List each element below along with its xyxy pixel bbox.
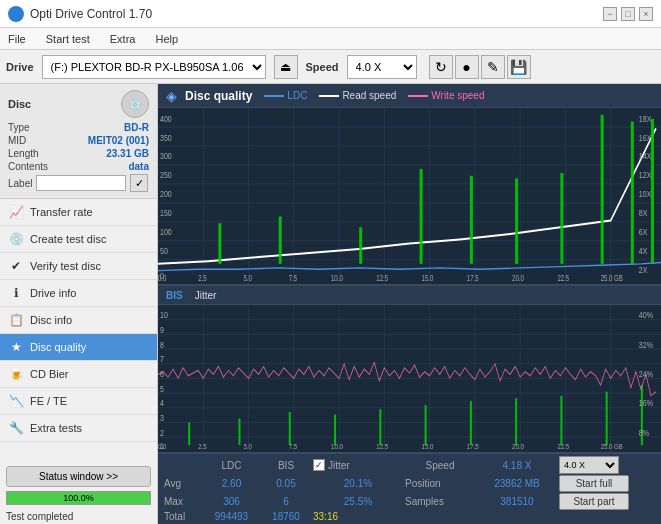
disc-contents-val: data [128,161,149,172]
svg-text:25.0 GB: 25.0 GB [601,443,623,452]
maximize-button[interactable]: □ [621,7,635,21]
svg-text:32%: 32% [639,340,654,350]
svg-text:6: 6 [160,369,164,379]
svg-text:7: 7 [160,355,164,365]
svg-text:7.5: 7.5 [289,443,297,452]
max-bis: 6 [261,496,311,507]
status-text: Test completed [0,509,157,524]
nav-item-fe-te[interactable]: 📉 FE / TE [0,388,157,415]
svg-text:4: 4 [160,399,164,409]
legend-write: Write speed [408,90,484,101]
nav-item-drive-info-label: Drive info [30,287,76,299]
svg-text:4X: 4X [639,245,648,256]
svg-text:6X: 6X [639,226,648,237]
svg-text:12X: 12X [639,169,652,180]
drive-select[interactable]: (F:) PLEXTOR BD-R PX-LB950SA 1.06 [42,55,266,79]
bis-chart-header: BIS Jitter [158,285,661,305]
avg-jitter: 20.1% [313,478,403,489]
svg-text:14X: 14X [639,150,652,161]
svg-rect-80 [289,412,291,445]
svg-text:3: 3 [160,413,164,423]
start-full-button[interactable]: Start full [559,475,629,492]
menu-file[interactable]: File [4,31,30,47]
minimize-button[interactable]: − [603,7,617,21]
nav-item-create-test-disc[interactable]: 💿 Create test disc [0,226,157,253]
bis-label: BIS [166,290,183,301]
svg-text:20.0: 20.0 [512,443,524,452]
eject-button[interactable]: ⏏ [274,55,298,79]
nav-item-extra-tests[interactable]: 🔧 Extra tests [0,415,157,442]
svg-text:8%: 8% [639,428,650,438]
disc-panel: Disc 💿 Type BD-R MID MEIT02 (001) Length… [0,84,157,199]
disc-mid-val: MEIT02 (001) [88,135,149,146]
position-label: Position [405,478,475,489]
refresh-button[interactable]: ↻ [429,55,453,79]
disc-label-input[interactable] [36,175,126,191]
speed-dropdown[interactable]: 4.0 X [559,456,619,474]
disc-length-val: 23.31 GB [106,148,149,159]
nav-item-disc-info[interactable]: 📋 Disc info [0,307,157,334]
svg-text:100: 100 [160,226,172,237]
drive-label: Drive [6,61,34,73]
max-row: Max 306 6 25.5% Samples 381510 Start par… [164,493,655,510]
svg-rect-24 [515,178,518,263]
menu-start-test[interactable]: Start test [42,31,94,47]
close-button[interactable]: × [639,7,653,21]
nav-item-transfer-rate[interactable]: 📈 Transfer rate [0,199,157,226]
svg-text:20.0: 20.0 [512,275,524,284]
svg-text:17.5: 17.5 [467,443,479,452]
burn-button[interactable]: ● [455,55,479,79]
svg-text:25.0 GB: 25.0 GB [601,275,623,284]
chart-title: Disc quality [185,89,252,103]
chart-legend: LDC Read speed Write speed [264,90,484,101]
svg-text:5: 5 [160,384,164,394]
max-label: Max [164,496,202,507]
drivebar: Drive (F:) PLEXTOR BD-R PX-LB950SA 1.06 … [0,50,661,84]
transfer-rate-icon: 📈 [8,204,24,220]
disc-panel-header: Disc 💿 [8,90,149,118]
disc-length-key: Length [8,148,39,159]
cd-bier-icon: 🍺 [8,366,24,382]
nav-item-disc-info-label: Disc info [30,314,72,326]
nav-item-fe-te-label: FE / TE [30,395,67,407]
status-window-button[interactable]: Status window >> [6,466,151,487]
bottom-chart-svg: 10 9 8 7 6 5 4 3 2 1 40% 32% 24% 16% 8% [158,305,661,452]
svg-text:2: 2 [160,428,164,438]
sidebar: Disc 💿 Type BD-R MID MEIT02 (001) Length… [0,84,158,524]
nav-item-disc-quality[interactable]: ★ Disc quality [0,334,157,361]
start-part-button[interactable]: Start part [559,493,629,510]
svg-rect-23 [470,176,473,264]
svg-text:22.5: 22.5 [557,275,569,284]
nav-item-cd-bier[interactable]: 🍺 CD Bier [0,361,157,388]
chart-header: ◈ Disc quality LDC Read speed Write spee… [158,84,661,108]
svg-rect-81 [334,415,336,446]
sidebar-bottom: Status window >> 100.0% Test completed [0,462,157,524]
drivebar-icons: ↻ ● ✎ 💾 [429,55,531,79]
progress-text: 100.0% [7,492,150,504]
legend-ldc: LDC [264,90,307,101]
speed-label: Speed [306,61,339,73]
svg-rect-78 [188,423,190,446]
top-chart-panel: 400 350 300 250 200 150 100 50 0 18X 16X… [158,108,661,285]
jitter-checkbox[interactable]: ✓ [313,459,325,471]
svg-text:50: 50 [160,245,168,256]
nav-items: 📈 Transfer rate 💿 Create test disc ✔ Ver… [0,199,157,462]
menu-extra[interactable]: Extra [106,31,140,47]
save-button[interactable]: 💾 [507,55,531,79]
nav-item-verify-test-disc[interactable]: ✔ Verify test disc [0,253,157,280]
avg-ldc: 2.60 [204,478,259,489]
disc-type-row: Type BD-R [8,122,149,133]
svg-text:40%: 40% [639,311,654,321]
svg-text:8X: 8X [639,207,648,218]
svg-rect-82 [379,409,381,445]
disc-label-key: Label [8,178,32,189]
edit-button[interactable]: ✎ [481,55,505,79]
svg-text:250: 250 [160,169,172,180]
nav-item-drive-info[interactable]: ℹ Drive info [0,280,157,307]
disc-label-confirm-button[interactable]: ✓ [130,174,148,192]
menu-help[interactable]: Help [151,31,182,47]
disc-type-key: Type [8,122,30,133]
speed-select[interactable]: 4.0 X [347,55,417,79]
top-chart-svg: 400 350 300 250 200 150 100 50 0 18X 16X… [158,108,661,284]
svg-text:7.5: 7.5 [289,275,297,284]
